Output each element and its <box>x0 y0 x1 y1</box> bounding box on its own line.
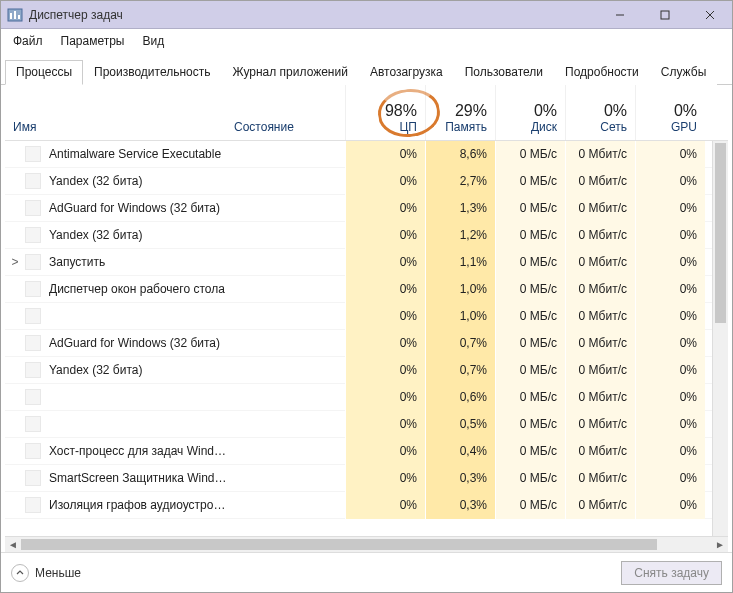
expand-toggle[interactable]: > <box>5 255 25 269</box>
hscroll-track[interactable] <box>21 537 712 552</box>
col-gpu[interactable]: 0% GPU <box>635 85 705 140</box>
process-name: AdGuard for Windows (32 бита) <box>45 201 230 215</box>
maximize-button[interactable] <box>642 1 687 29</box>
cell-disk: 0 МБ/с <box>495 330 565 357</box>
col-cpu[interactable]: 98% ЦП <box>345 85 425 140</box>
menu-options[interactable]: Параметры <box>53 31 133 51</box>
cell-gpu: 0% <box>635 222 705 249</box>
tab-services[interactable]: Службы <box>650 60 717 85</box>
tab-processes[interactable]: Процессы <box>5 60 83 85</box>
cell-disk: 0 МБ/с <box>495 141 565 168</box>
process-name: Yandex (32 бита) <box>45 228 230 242</box>
col-memory[interactable]: 29% Память <box>425 85 495 140</box>
table-row[interactable]: Yandex (32 бита)0%0,7%0 МБ/с0 Мбит/с0% <box>5 357 728 384</box>
cell-memory: 0,3% <box>425 492 495 519</box>
table-row[interactable]: Yandex (32 бита)0%2,7%0 МБ/с0 Мбит/с0% <box>5 168 728 195</box>
cell-memory: 1,3% <box>425 195 495 222</box>
process-name: Запустить <box>45 255 230 269</box>
col-name[interactable]: Имя <box>5 85 230 140</box>
table-row[interactable]: Диспетчер окон рабочего стола0%1,0%0 МБ/… <box>5 276 728 303</box>
table-row[interactable]: >Запустить0%1,1%0 МБ/с0 Мбит/с0% <box>5 249 728 276</box>
menu-view[interactable]: Вид <box>134 31 172 51</box>
menu-file[interactable]: Файл <box>5 31 51 51</box>
close-button[interactable] <box>687 1 732 29</box>
cell-memory: 1,0% <box>425 276 495 303</box>
cell-network: 0 Мбит/с <box>565 168 635 195</box>
cell-network: 0 Мбит/с <box>565 465 635 492</box>
col-disk[interactable]: 0% Диск <box>495 85 565 140</box>
cell-memory: 0,6% <box>425 384 495 411</box>
process-icon <box>25 497 45 513</box>
cell-memory: 0,4% <box>425 438 495 465</box>
process-name: AdGuard for Windows (32 бита) <box>45 336 230 350</box>
cell-disk: 0 МБ/с <box>495 222 565 249</box>
cell-cpu: 0% <box>345 276 425 303</box>
vscroll-thumb[interactable] <box>715 143 726 323</box>
table-row[interactable]: AdGuard for Windows (32 бита)0%1,3%0 МБ/… <box>5 195 728 222</box>
process-icon <box>25 227 45 243</box>
process-name: Yandex (32 бита) <box>45 363 230 377</box>
table-row[interactable]: Antimalware Service Executable0%8,6%0 МБ… <box>5 141 728 168</box>
cell-disk: 0 МБ/с <box>495 168 565 195</box>
cell-network: 0 Мбит/с <box>565 141 635 168</box>
cell-network: 0 Мбит/с <box>565 276 635 303</box>
table-row[interactable]: 0%0,6%0 МБ/с0 Мбит/с0% <box>5 384 728 411</box>
table-row[interactable]: Изоляция графов аудиоустро…0%0,3%0 МБ/с0… <box>5 492 728 519</box>
col-status[interactable]: Состояние <box>230 85 345 140</box>
process-icon <box>25 173 45 189</box>
table-row[interactable]: SmartScreen Защитника Windo…0%0,3%0 МБ/с… <box>5 465 728 492</box>
process-name: SmartScreen Защитника Windo… <box>45 471 230 485</box>
cell-gpu: 0% <box>635 465 705 492</box>
cell-gpu: 0% <box>635 141 705 168</box>
hscroll-left-arrow[interactable]: ◄ <box>5 539 21 550</box>
table-row[interactable]: 0%0,5%0 МБ/с0 Мбит/с0% <box>5 411 728 438</box>
cell-network: 0 Мбит/с <box>565 330 635 357</box>
tab-strip: Процессы Производительность Журнал прило… <box>1 59 732 85</box>
cell-network: 0 Мбит/с <box>565 357 635 384</box>
cell-cpu: 0% <box>345 141 425 168</box>
minimize-button[interactable] <box>597 1 642 29</box>
table-row[interactable]: AdGuard for Windows (32 бита)0%0,7%0 МБ/… <box>5 330 728 357</box>
cell-disk: 0 МБ/с <box>495 411 565 438</box>
process-name: Antimalware Service Executable <box>45 147 230 161</box>
cell-memory: 1,1% <box>425 249 495 276</box>
table-row[interactable]: Yandex (32 бита)0%1,2%0 МБ/с0 Мбит/с0% <box>5 222 728 249</box>
fewer-details-button[interactable]: Меньше <box>11 564 81 582</box>
tab-users[interactable]: Пользователи <box>454 60 554 85</box>
cell-gpu: 0% <box>635 411 705 438</box>
col-network[interactable]: 0% Сеть <box>565 85 635 140</box>
cell-cpu: 0% <box>345 168 425 195</box>
vertical-scrollbar[interactable] <box>712 141 728 536</box>
cell-memory: 0,7% <box>425 357 495 384</box>
cell-memory: 0,3% <box>425 465 495 492</box>
menubar: Файл Параметры Вид <box>1 29 732 53</box>
mem-label: Память <box>445 120 487 134</box>
tab-apphistory[interactable]: Журнал приложений <box>222 60 359 85</box>
cell-network: 0 Мбит/с <box>565 303 635 330</box>
hscroll-thumb[interactable] <box>21 539 657 550</box>
cell-gpu: 0% <box>635 438 705 465</box>
tab-details[interactable]: Подробности <box>554 60 650 85</box>
process-icon <box>25 443 45 459</box>
svg-rect-5 <box>661 11 669 19</box>
hscroll-right-arrow[interactable]: ► <box>712 539 728 550</box>
cell-cpu: 0% <box>345 465 425 492</box>
table-row[interactable]: 0%1,0%0 МБ/с0 Мбит/с0% <box>5 303 728 330</box>
cell-disk: 0 МБ/с <box>495 249 565 276</box>
process-icon <box>25 362 45 378</box>
cell-gpu: 0% <box>635 357 705 384</box>
cell-network: 0 Мбит/с <box>565 195 635 222</box>
gpu-label: GPU <box>671 120 697 134</box>
tab-performance[interactable]: Производительность <box>83 60 221 85</box>
cell-cpu: 0% <box>345 411 425 438</box>
tab-startup[interactable]: Автозагрузка <box>359 60 454 85</box>
cell-memory: 1,0% <box>425 303 495 330</box>
end-task-button[interactable]: Снять задачу <box>621 561 722 585</box>
cpu-label: ЦП <box>399 120 417 134</box>
process-icon <box>25 335 45 351</box>
disk-total-pct: 0% <box>534 102 557 120</box>
cell-gpu: 0% <box>635 276 705 303</box>
cell-disk: 0 МБ/с <box>495 276 565 303</box>
table-row[interactable]: Хост-процесс для задач Windo…0%0,4%0 МБ/… <box>5 438 728 465</box>
horizontal-scrollbar[interactable]: ◄ ► <box>5 536 728 552</box>
